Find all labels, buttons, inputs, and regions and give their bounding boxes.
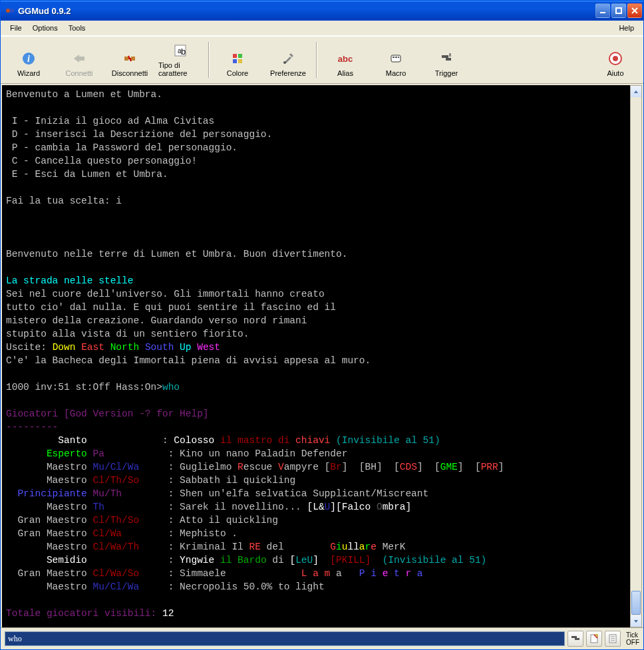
- toolbar-macro[interactable]: Macro: [372, 47, 420, 81]
- help-icon: [607, 51, 623, 67]
- app-icon: [5, 5, 15, 16]
- connect-icon: [71, 51, 87, 67]
- toolbar: iWizard Connetti Disconnetti abTipo di c…: [1, 36, 643, 84]
- trigger-icon: [438, 51, 454, 67]
- toolbar-disconnetti[interactable]: Disconnetti: [106, 47, 154, 81]
- toolbar-preferenze[interactable]: Preferenze: [264, 47, 312, 81]
- log-shortcut-button[interactable]: [586, 631, 602, 647]
- menu-options[interactable]: Options: [27, 23, 63, 33]
- toolbar-separator: [208, 42, 210, 78]
- scroll-down-button[interactable]: [631, 615, 641, 627]
- scroll-thumb[interactable]: [631, 591, 641, 615]
- titlebar: GGMud 0.9.2: [1, 1, 643, 21]
- disconnect-icon: [122, 51, 138, 67]
- svg-rect-15: [233, 54, 237, 58]
- svg-point-0: [6, 9, 10, 13]
- svg-rect-18: [238, 59, 242, 63]
- toolbar-separator: [316, 42, 317, 78]
- svg-point-1: [10, 9, 14, 13]
- macro-icon: [388, 51, 404, 67]
- toolbar-wizard[interactable]: iWizard: [5, 47, 53, 81]
- scrollbar[interactable]: [630, 85, 642, 627]
- svg-rect-9: [131, 57, 135, 61]
- window-title: GGMud 0.9.2: [18, 6, 595, 16]
- menu-help[interactable]: Help: [613, 23, 639, 33]
- svg-text:i: i: [27, 54, 30, 64]
- terminal-output: Benvenuto a Lumen et Umbra. I - Inizia i…: [2, 85, 630, 627]
- trigger-shortcut-button[interactable]: [567, 631, 583, 647]
- color-icon: [230, 51, 245, 67]
- svg-rect-16: [238, 54, 242, 58]
- close-button[interactable]: [627, 3, 642, 18]
- bottombar: Tick OFF: [1, 627, 643, 649]
- toolbar-alias[interactable]: abcAlias: [321, 47, 369, 81]
- toolbar-aiuto[interactable]: Aiuto: [591, 47, 639, 81]
- alias-icon: abc: [337, 51, 353, 67]
- menu-tools[interactable]: Tools: [63, 23, 91, 33]
- svg-rect-3: [616, 8, 621, 13]
- menu-file[interactable]: File: [5, 23, 27, 33]
- info-icon: i: [21, 51, 37, 67]
- svg-rect-24: [449, 53, 451, 57]
- svg-point-19: [283, 61, 286, 64]
- toolbar-colore[interactable]: Colore: [214, 47, 261, 81]
- svg-rect-20: [391, 55, 401, 62]
- preferences-icon: [280, 51, 296, 67]
- svg-rect-17: [233, 59, 237, 63]
- tick-indicator: Tick OFF: [623, 631, 639, 646]
- toolbar-trigger[interactable]: Trigger: [422, 47, 470, 81]
- svg-point-26: [613, 56, 618, 61]
- toolbar-connetti: Connetti: [55, 47, 103, 81]
- command-input[interactable]: [5, 631, 565, 646]
- svg-rect-23: [398, 57, 399, 58]
- menubar: File Options Tools Help: [1, 21, 643, 36]
- svg-rect-22: [395, 57, 397, 58]
- svg-text:b: b: [181, 47, 186, 57]
- toolbar-font[interactable]: abTipo di carattere: [156, 39, 204, 81]
- svg-rect-21: [393, 57, 395, 58]
- maximize-button[interactable]: [611, 3, 626, 18]
- scroll-up-button[interactable]: [631, 86, 641, 97]
- minimize-button[interactable]: [595, 3, 610, 18]
- font-icon: ab: [172, 43, 188, 59]
- review-shortcut-button[interactable]: [605, 631, 621, 647]
- svg-rect-8: [124, 57, 128, 61]
- svg-point-28: [595, 634, 598, 637]
